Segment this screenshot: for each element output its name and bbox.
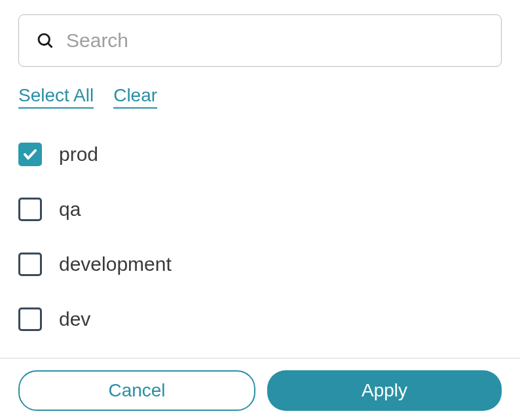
option-row[interactable]: qa [18, 198, 502, 221]
search-input[interactable] [66, 29, 484, 52]
footer-actions: Cancel Apply [0, 358, 520, 420]
option-list: prod qa development [18, 143, 502, 331]
option-row[interactable]: development [18, 253, 502, 276]
option-label: qa [59, 198, 81, 220]
search-icon [36, 31, 54, 50]
option-label: prod [59, 143, 98, 166]
checkbox-prod[interactable] [18, 143, 42, 166]
checkbox-development[interactable] [18, 253, 42, 276]
check-icon [22, 147, 38, 162]
svg-point-0 [39, 34, 49, 44]
option-label: dev [59, 308, 90, 330]
option-row[interactable]: prod [18, 143, 502, 166]
option-label: development [59, 253, 172, 275]
checkbox-qa[interactable] [18, 198, 42, 221]
option-row[interactable]: dev [18, 307, 502, 331]
apply-button[interactable]: Apply [267, 370, 502, 411]
checkbox-dev[interactable] [18, 307, 42, 331]
clear-link[interactable]: Clear [113, 85, 157, 109]
bulk-actions: Select All Clear [18, 85, 502, 109]
svg-line-1 [48, 43, 52, 47]
cancel-button[interactable]: Cancel [18, 370, 255, 411]
search-field-wrapper [18, 14, 502, 67]
select-all-link[interactable]: Select All [18, 85, 94, 109]
filter-panel: Select All Clear prod qa [0, 0, 520, 358]
